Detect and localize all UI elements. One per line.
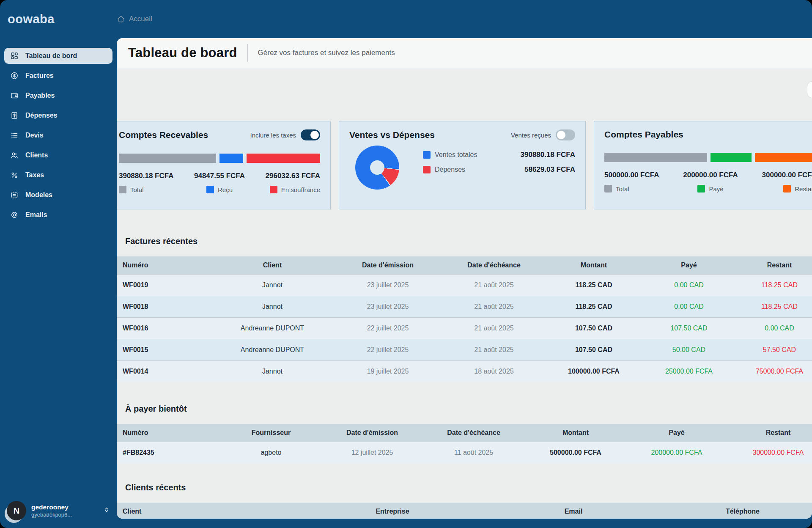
sales-card-title: Ventes vs Dépenses — [349, 130, 435, 140]
payables-value-restant: 300000.00 FCFA — [746, 171, 812, 179]
column-header-numero: Numéro — [117, 256, 216, 274]
invoice-icon — [10, 72, 19, 80]
receivables-value-total: 390880.18 FCFA — [119, 172, 186, 180]
cell-num: WF0018 — [117, 296, 216, 317]
cell-num: WF0016 — [117, 317, 216, 339]
receivables-value-recu: 94847.55 FCFA — [186, 172, 253, 180]
cell-amount: 118.25 CAD — [541, 274, 646, 296]
receivables-values: 390880.18 FCFA94847.55 FCFA296032.63 FCF… — [119, 172, 320, 180]
at-icon — [10, 211, 19, 219]
sales-vs-expenses-card: Ventes vs Dépenses Ventes reçues Ventes … — [339, 121, 586, 209]
invoice-row[interactable]: WF0018Jannot23 juillet 202521 août 20251… — [117, 296, 812, 317]
legend-swatch — [423, 166, 431, 173]
cell-client: agbeto — [218, 442, 324, 463]
content-body: Comptes Recevables Inclure les taxes 390… — [117, 68, 812, 519]
cell-paid: 25000.00 FCFA — [646, 360, 732, 382]
sidebar-item-label: Taxes — [25, 171, 44, 179]
sidebar-item-tableau-de-bord[interactable]: Tableau de bord — [4, 48, 112, 64]
sales-received-toggle[interactable] — [556, 129, 575, 140]
column-header-numero: Numéro — [117, 424, 218, 442]
sidebar-item-devis[interactable]: Devis — [4, 127, 112, 143]
content-panel: Tableau de board Gérez vos factures et s… — [117, 38, 812, 519]
user-menu[interactable]: N gederooney gyebadokpop6... — [4, 501, 112, 520]
sales-legend-ventes-totales: Ventes totales390880.18 FCFA — [423, 151, 575, 159]
page-title: Tableau de board — [128, 45, 237, 60]
sales-value-ventes-totales: 390880.18 FCFA — [521, 151, 575, 159]
legend-swatch — [423, 151, 431, 159]
sidebar-item-payables[interactable]: Payables — [4, 88, 112, 104]
legend-swatch — [270, 186, 277, 193]
percent-icon — [10, 171, 19, 179]
payables-legend: TotalPayéRestant — [604, 185, 812, 192]
cell-amount: 118.25 CAD — [541, 296, 646, 317]
receivables-legend: TotalReçuEn souffrance — [119, 186, 320, 193]
include-taxes-toggle[interactable] — [301, 129, 320, 140]
recent-invoices-section: Factures récentes NuméroClientDate d'émi… — [117, 236, 812, 382]
sidebar-item-label: Payables — [25, 92, 55, 99]
sales-legend: Ventes totales390880.18 FCFADépenses5862… — [423, 151, 575, 174]
sales-value-depenses: 58629.03 FCFA — [524, 165, 575, 174]
legend-swatch — [604, 185, 612, 192]
cell-date: 23 juillet 2025 — [329, 296, 447, 317]
sidebar-item-depenses[interactable]: Dépenses — [4, 107, 112, 124]
receivables-legend-recu: Reçu — [186, 186, 253, 193]
due-soon-section: À payer bientôt NuméroFournisseurDate d'… — [117, 404, 812, 463]
due-soon-table: NuméroFournisseurDate d'émissionDate d'é… — [117, 424, 812, 463]
user-name: gederooney — [31, 503, 72, 511]
column-header-paye: Payé — [646, 256, 732, 274]
cell-paid: 0.00 CAD — [646, 296, 732, 317]
payable-row[interactable]: #FB82435agbeto12 juillet 202511 août 202… — [117, 442, 812, 463]
sidebar-item-factures[interactable]: Factures — [4, 68, 112, 84]
cell-paid: 0.00 CAD — [646, 274, 732, 296]
summary-cards: Comptes Recevables Inclure les taxes 390… — [117, 121, 812, 209]
cell-client: Jannot — [216, 296, 329, 317]
cell-date: 12 juillet 2025 — [324, 442, 420, 463]
receivables-legend-total: Total — [119, 186, 186, 193]
sidebar-item-label: Devis — [25, 132, 44, 139]
page-header: Tableau de board Gérez vos factures et s… — [117, 38, 812, 68]
sales-donut-chart — [355, 146, 399, 190]
app-window: oowaba Accueil Tableau de bordFacturesPa… — [0, 0, 812, 528]
home-label: Accueil — [129, 15, 152, 23]
sidebar-item-label: Emails — [25, 211, 47, 219]
sidebar-item-emails[interactable]: Emails — [4, 207, 112, 223]
sidebar-item-clients[interactable]: Clients — [4, 147, 112, 163]
chevron-up-down-icon[interactable] — [103, 506, 110, 515]
legend-swatch — [697, 185, 705, 192]
topbar: oowaba Accueil — [0, 0, 812, 38]
cell-amount: 107.50 CAD — [541, 317, 646, 339]
invoice-row[interactable]: WF0015Andreanne DUPONT22 juillet 202521 … — [117, 339, 812, 360]
home-link[interactable]: Accueil — [117, 15, 152, 23]
cell-client: Jannot — [216, 360, 329, 382]
sidebar-item-modeles[interactable]: Modeles — [4, 187, 112, 203]
cell-paid: 50.00 CAD — [646, 339, 732, 360]
payables-bar-total — [604, 153, 707, 162]
sidebar-item-label: Dépenses — [25, 112, 58, 119]
home-icon — [117, 15, 125, 23]
column-header-montant: Montant — [527, 424, 624, 442]
cell-due: 118.25 CAD — [732, 274, 812, 296]
user-email: gyebadokpop6... — [31, 512, 72, 518]
cell-date: 22 juillet 2025 — [329, 339, 447, 360]
receivables-bar-chart — [119, 154, 320, 163]
invoice-row[interactable]: WF0019Jannot23 juillet 202521 août 20251… — [117, 274, 812, 296]
cell-client: Jannot — [216, 274, 329, 296]
cutoff-action-button[interactable] — [807, 81, 812, 98]
sidebar-nav: Tableau de bordFacturesPayablesDépensesD… — [4, 48, 112, 223]
payables-bar-paye — [710, 153, 752, 162]
cell-num: WF0015 — [117, 339, 216, 360]
cell-client: Andreanne DUPONT — [216, 339, 329, 360]
payables-legend-total: Total — [604, 185, 675, 192]
receivables-legend-en-souffrance: En souffrance — [253, 186, 320, 193]
receivables-card: Comptes Recevables Inclure les taxes 390… — [117, 121, 331, 209]
sales-legend-depenses: Dépenses58629.03 FCFA — [423, 165, 575, 174]
cell-due: 75000.00 FCFA — [732, 360, 812, 382]
invoice-row[interactable]: WF0014Jannot19 juillet 202518 août 20251… — [117, 360, 812, 382]
recent-clients-table: ClientEntrepriseEmailTéléphone — [117, 503, 812, 519]
sidebar-item-taxes[interactable]: Taxes — [4, 167, 112, 183]
cell-num: WF0019 — [117, 274, 216, 296]
payables-value-paye: 200000.00 FCFA — [675, 171, 746, 179]
invoice-row[interactable]: WF0016Andreanne DUPONT22 juillet 202521 … — [117, 317, 812, 339]
cell-amount: 100000.00 FCFA — [541, 360, 646, 382]
column-header-date-demission: Date d'émission — [329, 256, 447, 274]
